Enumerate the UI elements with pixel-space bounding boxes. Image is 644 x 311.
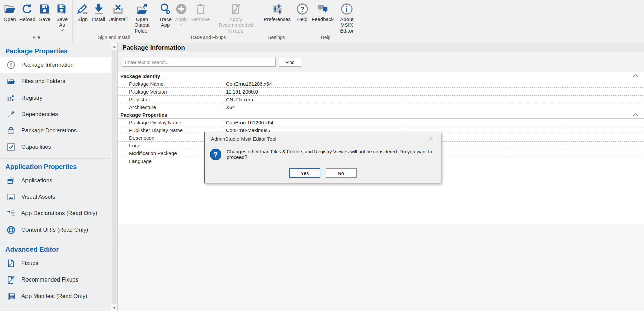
sidebar-item-label: App Manifest (Read Only) (21, 293, 87, 300)
feedback-button[interactable]: Feedback (310, 3, 335, 23)
ribbon-group-label-trace-and-fixups: Trace and Fixups (155, 35, 261, 43)
sidebar-item-capabilities[interactable]: Capabilities (0, 139, 111, 155)
scrollbar-thumb[interactable] (112, 50, 117, 304)
sidebar-divider (0, 158, 111, 159)
about-msix-editor-label: About MSIX Editor (337, 17, 357, 34)
sidebar-item-visual-assets[interactable]: Visual Assets (0, 189, 111, 205)
reload-button[interactable]: Reload (18, 3, 37, 23)
row-label: Package Name (118, 80, 223, 87)
sidebar-scrollbar[interactable] (111, 43, 118, 311)
chevron-down-icon[interactable] (60, 29, 64, 32)
open-output-folder-icon (136, 3, 148, 15)
about-msix-editor-button[interactable]: About MSIX Editor (335, 3, 358, 34)
reload-button-label: Reload (19, 17, 36, 22)
visual-assets-icon (7, 193, 15, 201)
preferences-button[interactable]: Preferences (262, 3, 292, 23)
install-button[interactable]: Install (90, 3, 107, 23)
ribbon-group-help: ? Help Feedback About MSIX Editor Help (292, 0, 359, 43)
table-row[interactable]: Package Display Name ConEmu 161206.x64 (118, 119, 644, 126)
reload-icon (21, 3, 33, 15)
apply-plus-icon (175, 3, 187, 15)
apply-recommended-fixups-button[interactable]: Apply Recommended Fixups (212, 3, 260, 34)
row-value[interactable]: ConEmu 161206.x64 (223, 119, 644, 126)
open-button[interactable]: Open (2, 3, 18, 23)
save-icon (39, 3, 51, 15)
sidebar-item-package-information[interactable]: Package Information (0, 57, 111, 73)
row-value[interactable]: 11.161.2060.0 (223, 88, 644, 95)
dependencies-icon (7, 110, 15, 119)
ribbon-group-label-file: File (0, 35, 72, 43)
trace-app-button[interactable]: Trace App (157, 3, 173, 28)
collapse-chevron-icon[interactable] (633, 74, 639, 77)
sidebar-item-label: Fixups (21, 260, 38, 267)
uninstall-icon (112, 3, 124, 15)
chevron-down-icon (179, 23, 183, 26)
sidebar-item-app-manifest[interactable]: App Manifest (Read Only) (0, 289, 111, 304)
sidebar-item-app-declarations[interactable]: App Declarations (Read Only) (0, 206, 111, 221)
save-as-button[interactable]: Save As (52, 3, 72, 32)
app-manifest-icon (7, 292, 15, 301)
open-button-label: Open (4, 17, 16, 22)
search-bar: Find (118, 52, 644, 72)
dialog-title: AdminStudio Msix Editor Tool (205, 132, 441, 142)
help-button[interactable]: ? Help (294, 3, 310, 23)
yes-button[interactable]: Yes (289, 168, 320, 178)
sidebar-item-content-uris[interactable]: Content URIs (Read Only) (0, 222, 111, 238)
collapse-chevron-icon[interactable] (633, 113, 639, 116)
feedback-bubbles-icon (317, 3, 329, 15)
close-icon[interactable]: ✕ (428, 135, 434, 142)
sidebar-item-files-and-folders[interactable]: Files and Folders (0, 74, 111, 89)
scroll-down-arrow[interactable] (111, 305, 117, 311)
package-declarations-icon (7, 126, 15, 135)
uninstall-button[interactable]: Uninstall (107, 3, 129, 23)
about-info-icon (341, 3, 353, 15)
ribbon-group-trace-and-fixups: Trace App Apply Remove (155, 0, 261, 43)
search-input[interactable] (122, 58, 276, 67)
table-row[interactable]: Architecture X64 (118, 103, 644, 111)
scroll-up-arrow[interactable] (111, 43, 117, 49)
sidebar-heading-application-properties: Application Properties (0, 163, 111, 171)
help-question-icon: ? (296, 3, 308, 15)
find-button[interactable]: Find (279, 58, 301, 67)
sidebar-item-package-declarations[interactable]: Package Declarations (0, 123, 111, 138)
dialog-message: Changes other than Files & Folders and R… (227, 149, 433, 160)
sidebar-item-label: Capabilities (21, 144, 51, 150)
save-button-label: Save (39, 17, 50, 22)
sign-button[interactable]: Sign (75, 3, 90, 23)
preferences-button-label: Preferences (264, 17, 291, 22)
row-value[interactable]: CN=Flexera (223, 96, 644, 103)
feedback-button-label: Feedback (312, 17, 334, 22)
no-button[interactable]: No (326, 168, 357, 178)
table-row[interactable]: Package Name ConEmu161206.x64 (118, 80, 644, 88)
sidebar-item-registry[interactable]: Registry (0, 90, 111, 106)
ribbon-group-label-sign-and-install: Sign and Install (73, 35, 155, 43)
row-label: Architecture (118, 103, 223, 111)
table-row[interactable]: Publisher CN=Flexera (118, 96, 644, 103)
remove-button[interactable]: Remove (190, 3, 212, 23)
install-button-label: Install (92, 17, 105, 22)
sidebar-item-recommended-fixups[interactable]: Recommended Fixups (0, 272, 111, 288)
sidebar-item-dependencies[interactable]: Dependencies (0, 107, 111, 122)
row-value[interactable]: X64 (223, 103, 644, 111)
sidebar-item-applications[interactable]: Applications (0, 173, 111, 188)
recommended-fixups-icon (7, 275, 15, 284)
save-button[interactable]: Save (37, 3, 52, 23)
fixups-icon (7, 259, 15, 268)
row-label: Package Display Name (118, 119, 223, 126)
table-row[interactable]: Package Version 11.161.2060.0 (118, 88, 644, 96)
section-rows: Package Name ConEmu161206.x64 Package Ve… (118, 80, 644, 111)
open-output-folder-button[interactable]: Open Output Folder (129, 3, 154, 34)
open-output-folder-label: Open Output Folder (131, 17, 153, 34)
help-button-label: Help (297, 17, 308, 22)
sidebar-item-fixups[interactable]: Fixups (0, 256, 111, 271)
ribbon-group-label-settings: Settings (261, 35, 292, 43)
sidebar-item-label: Content URIs (Read Only) (21, 227, 88, 233)
app-declarations-icon (7, 209, 15, 218)
row-value[interactable]: ConEmu161206.x64 (223, 80, 644, 87)
sidebar-item-label: Package Information (21, 62, 74, 68)
open-folder-icon (4, 3, 16, 15)
section-header-package-properties: Package Properties (118, 111, 644, 119)
content-uris-globe-icon (7, 226, 15, 234)
apply-button[interactable]: Apply (173, 3, 190, 26)
row-label: Publisher (118, 96, 223, 103)
